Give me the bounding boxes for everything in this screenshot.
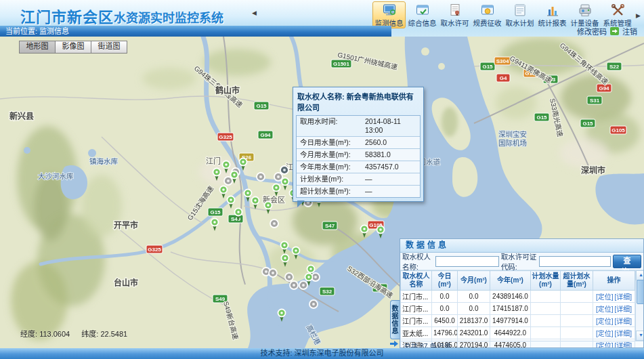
city-label: 鹤山市 [215, 85, 240, 96]
svg-text:S31: S31 [590, 98, 600, 104]
svg-text:G105: G105 [611, 127, 625, 133]
svg-text:S47: S47 [325, 223, 335, 229]
nav-item-统计报表[interactable]: 统计报表 [536, 1, 568, 28]
logout-arrow-icon [610, 27, 619, 35]
scrollbar-thumb[interactable] [637, 280, 644, 304]
nav-item-monitor-info[interactable]: 监测信息 [372, 1, 406, 28]
table-row: 江门市...6450.0218137.014977914.0 [定位][详细] [401, 315, 635, 327]
nav-label: 统计报表 [538, 19, 567, 27]
svg-text:S49: S49 [215, 296, 226, 302]
data-info-panel: 数据信息 取水权人名称: 取水许可证代码: 查 询 取水权人名称 今日(m³) … [400, 238, 644, 348]
road-badge: S47 [322, 221, 337, 230]
table-scrollbar[interactable]: ▲ ▼ [635, 270, 644, 341]
data-table-area: 取水权人名称 今日(m³) 今月(m³) 今年(m³) 计划水量(m³) 超计划… [400, 270, 643, 341]
meter-device-icon [578, 3, 593, 18]
road-badge: G325 [217, 133, 234, 141]
status-bar: 技术支持: 深圳东深电子股份有限公司 [0, 348, 644, 359]
map-layer-switch: 地形图 影像图 街道图 [19, 41, 127, 54]
road-badge: G15 [580, 119, 595, 127]
svg-text:G94: G94 [260, 132, 271, 138]
popup-row: 今月用水量(m³):58381.0 [297, 149, 420, 161]
locate-link[interactable]: [定位] [596, 293, 614, 301]
nav-item-规费征收[interactable]: 规费征收 [471, 1, 503, 28]
svg-text:G4: G4 [500, 75, 507, 81]
detail-link[interactable]: [详细] [615, 305, 632, 313]
svg-text:G15: G15 [482, 64, 493, 70]
road-badge: G15 [254, 102, 269, 110]
layer-button-terrain[interactable]: 地形图 [19, 41, 56, 54]
intake-data-table: 取水权人名称 今日(m³) 今月(m³) 今年(m³) 计划水量(m³) 超计划… [400, 270, 635, 348]
page-title: 江门市新会区水资源实时监控系统 [20, 5, 223, 26]
layer-button-imagery[interactable]: 影像图 [56, 41, 91, 54]
data-panel-side-tab[interactable]: 数据信息 [390, 300, 400, 339]
road-badge: S304 [494, 57, 511, 65]
detail-link[interactable]: [详细] [615, 293, 632, 301]
expand-right-icon[interactable]: ▶ [636, 12, 641, 19]
nav-item-计量设备[interactable]: 计量设备 [569, 1, 601, 28]
popup-row: 计划水量(m³):— [297, 173, 420, 186]
nav-label: 取水许可 [441, 19, 469, 27]
popup-tail [297, 200, 305, 207]
road-badge: G105 [610, 126, 626, 134]
panel-collapse-arrow-icon[interactable] [389, 340, 399, 347]
table-row: 江门市...0.00.024389146.0 [定位][详细] [401, 291, 635, 303]
locate-link[interactable]: [定位] [596, 305, 614, 313]
nav-item-综合信息[interactable]: 综合信息 [406, 1, 438, 28]
detail-link[interactable]: [详细] [615, 330, 632, 337]
locate-link[interactable]: [定位] [596, 318, 614, 325]
browser-check-icon [415, 3, 430, 18]
road-badge: G1501 [331, 60, 351, 68]
road-badge: S31 [587, 96, 602, 104]
road-badge: G15 [480, 62, 495, 70]
airport-label: 深圳宝安 [498, 130, 527, 138]
fee-coin-icon [480, 3, 495, 18]
main-nav: 监测信息 综合信息 取水许可 规费征收 取水计划 统计报表 计量设备 系统管理 [372, 1, 633, 28]
popup-detail-box: 取用水时间:2014-08-11 13:00 今日用水量(m³):2560.0 … [296, 115, 421, 198]
popup-row: 取用水时间:2014-08-11 13:00 [297, 116, 420, 137]
svg-text:G94: G94 [599, 85, 609, 91]
nav-label: 取水计划 [506, 19, 534, 27]
logout-link[interactable]: 注销 [622, 26, 637, 37]
detail-link[interactable]: [详细] [615, 342, 632, 348]
locate-link[interactable]: [定位] [596, 342, 614, 348]
longitude-value: 113.0604 [39, 330, 70, 338]
nav-item-取水计划[interactable]: 取水计划 [504, 1, 536, 28]
svg-text:G15: G15 [256, 103, 267, 109]
owner-name-input[interactable] [435, 256, 499, 267]
monitor-icon [382, 3, 397, 18]
svg-text:G15: G15 [582, 121, 593, 127]
road-badge: G4 [496, 74, 510, 82]
scroll-up-icon[interactable]: ▲ [636, 270, 644, 280]
city-label: 江门 [206, 156, 221, 165]
locate-link[interactable]: [定位] [596, 330, 614, 337]
bar-chart-icon [545, 3, 560, 18]
nav-item-取水许可[interactable]: 取水许可 [439, 1, 471, 28]
collapse-left-icon[interactable]: ◀ [252, 9, 257, 16]
scroll-down-icon[interactable]: ▼ [636, 331, 644, 341]
coordinates-readout: 经度: 113.0604 纬度: 22.5481 [20, 328, 137, 339]
road-badge: S22 [607, 62, 622, 70]
svg-text:S22: S22 [609, 64, 620, 70]
nav-item-系统管理[interactable]: 系统管理 [601, 1, 633, 28]
popup-row: 超计划水量(m³):— [297, 186, 420, 197]
city-label: 开平市 [114, 220, 138, 230]
query-button[interactable]: 查 询 [613, 255, 641, 268]
svg-text:S304: S304 [496, 58, 509, 64]
svg-text:G325: G325 [219, 134, 232, 140]
data-panel-search-bar: 取水权人名称: 取水许可证代码: 查 询 [400, 253, 643, 270]
detail-link[interactable]: [详细] [615, 318, 632, 325]
table-row: 江门市...0.00.017415187.0 [定位][详细] [401, 303, 635, 315]
road-badge: G325 [146, 245, 163, 253]
city-label: 新兴县 [9, 111, 34, 121]
svg-text:G1501: G1501 [333, 61, 350, 67]
layer-button-street[interactable]: 街道图 [91, 41, 127, 54]
svg-text:G15: G15 [536, 114, 547, 121]
svg-text:G15: G15 [210, 209, 221, 215]
change-password-link[interactable]: 修改密码 [577, 26, 607, 37]
permit-code-input[interactable] [539, 256, 611, 267]
latitude-value: 22.5481 [100, 330, 127, 338]
svg-text:G325: G325 [148, 247, 161, 253]
popup-title: 取水权人名称: 新会粤新热电联供有限公司 [296, 89, 421, 115]
table-header-row: 取水权人名称 今日(m³) 今月(m³) 今年(m³) 计划水量(m³) 超计划… [401, 271, 635, 291]
svg-text:S32: S32 [322, 289, 332, 295]
